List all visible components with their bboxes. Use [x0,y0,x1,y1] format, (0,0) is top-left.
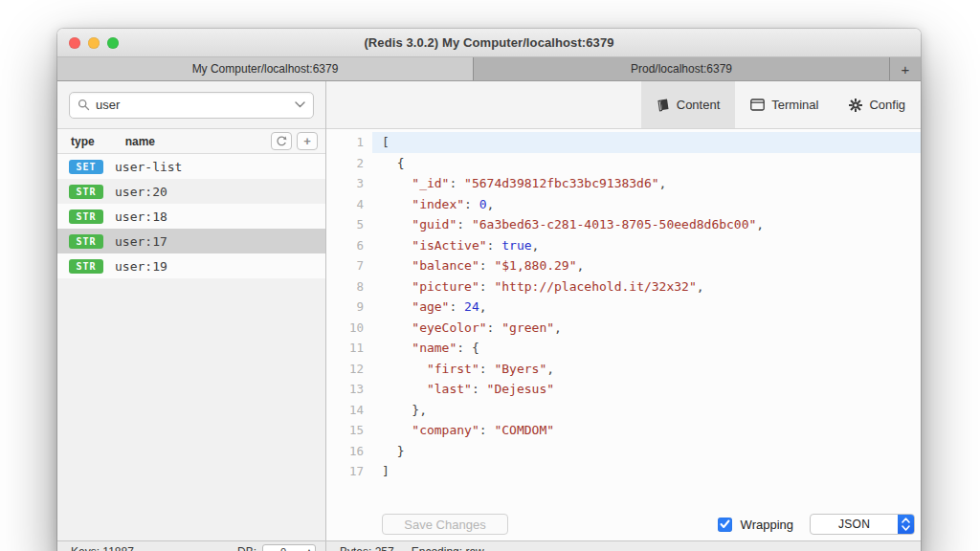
code-line: "name": { [372,338,921,359]
line-number: 1 [326,132,364,153]
terminal-icon [750,99,765,111]
status-bar-left: Keys: 11887 DB: 0 ▲▼ [57,541,326,551]
key-name: user:20 [115,185,167,199]
type-badge: STR [69,185,103,199]
save-changes-button[interactable]: Save Changes [382,514,508,535]
db-label: DB: [237,545,256,551]
detail-panel: Content Terminal [326,81,921,540]
key-name: user:18 [115,209,167,224]
title-bar[interactable]: (Redis 3.0.2) My Computer/localhost:6379 [57,29,921,57]
type-badge: STR [69,259,103,274]
code-line: "isActive": true, [372,235,921,256]
line-number: 10 [326,318,364,339]
db-value: 0 [263,546,303,551]
code-line: "first": "Byers", [372,359,921,380]
editor-footer-right: Wrapping JSON [718,514,915,535]
code-line: { [372,153,921,174]
encoding-info: Encoding: raw [412,545,484,551]
table-row[interactable]: SETuser-list [57,154,325,179]
format-select[interactable]: JSON [810,514,915,535]
tab-content-label: Content [677,98,721,112]
line-number-gutter: 1234567891011121314151617 [326,132,372,508]
new-connection-button[interactable]: + [890,57,921,80]
status-bar-right: Bytes: 257 Encoding: raw [326,541,921,551]
connection-tab-prod[interactable]: Prod/localhost:6379 [474,57,890,80]
code-line: [ [372,132,921,153]
code-line: "balance": "$1,880.29", [372,255,921,276]
search-row [57,81,325,129]
code-line: "last": "Dejesus" [372,379,921,400]
check-icon [720,519,730,529]
table-row[interactable]: STRuser:19 [57,253,325,278]
search-input[interactable] [96,98,295,112]
table-row[interactable]: STRuser:20 [57,179,325,204]
line-number: 12 [326,359,364,380]
main-split: type name + SETuser-listSTRuser:20STRuse… [57,81,921,540]
gear-icon [849,99,862,112]
code-line: ] [372,461,921,482]
select-stepper-icon [898,515,914,534]
line-number: 16 [326,441,364,462]
wrapping-checkbox[interactable] [718,518,732,532]
add-key-button[interactable]: + [297,132,318,150]
search-icon [78,99,90,111]
line-number: 6 [326,235,364,256]
tab-terminal[interactable]: Terminal [735,81,834,128]
code-line: "_id": "5674d39812fbc33bc91383d6", [372,173,921,194]
column-header-type[interactable]: type [71,135,95,148]
line-number: 13 [326,379,364,400]
tab-terminal-label: Terminal [771,98,818,112]
line-number: 11 [326,338,364,359]
key-list-actions: + [271,132,318,150]
code-area[interactable]: [ { "_id": "5674d39812fbc33bc91383d6", "… [372,132,921,508]
line-number: 14 [326,400,364,421]
json-editor[interactable]: 1234567891011121314151617 [ { "_id": "56… [326,129,921,508]
code-line: "index": 0, [372,194,921,215]
key-name: user:19 [115,259,167,274]
code-line: } [372,441,921,462]
key-list-empty-area [57,278,325,540]
tab-config[interactable]: Config [834,81,921,128]
db-selector-group: DB: 0 ▲▼ [237,545,316,551]
code-line: }, [372,400,921,421]
refresh-keys-button[interactable] [271,132,292,150]
tab-config-label: Config [869,98,905,112]
keys-count: Keys: 11887 [71,545,134,551]
line-number: 9 [326,297,364,318]
line-number: 2 [326,153,364,174]
line-number: 5 [326,214,364,235]
key-table-header: type name + [57,129,325,154]
chevron-down-icon[interactable] [295,101,305,108]
refresh-icon [276,136,287,147]
code-line: "eyeColor": "green", [372,318,921,339]
search-box[interactable] [69,92,314,119]
connection-tab-bar: My Computer/localhost:6379 Prod/localhos… [57,57,921,81]
db-stepper[interactable]: 0 ▲▼ [262,544,316,551]
content-icon [657,99,670,112]
key-name: user-list [115,160,182,174]
table-row[interactable]: STRuser:18 [57,204,325,229]
line-number: 17 [326,461,364,482]
code-line: "age": 24, [372,297,921,318]
line-number: 8 [326,276,364,298]
type-badge: STR [69,234,103,249]
editor-footer: Save Changes Wrapping JSON [326,508,921,540]
code-line: "guid": "6a3bed63-c281-4013-8705-50eed8d… [372,214,921,235]
key-table-body: SETuser-listSTRuser:20STRuser:18STRuser:… [57,154,325,278]
key-sidebar: type name + SETuser-listSTRuser:20STRuse… [57,81,326,540]
format-select-value: JSON [811,518,898,531]
bytes-info: Bytes: 257 [340,545,394,551]
table-row[interactable]: STRuser:17 [57,229,325,253]
status-bar: Keys: 11887 DB: 0 ▲▼ Bytes: 257 Encoding… [57,540,921,551]
line-number: 3 [326,173,364,194]
key-name: user:17 [115,234,167,249]
type-badge: STR [69,209,103,224]
tab-content[interactable]: Content [641,81,736,128]
code-line: "picture": "http://placehold.it/32x32", [372,276,921,298]
wrapping-label: Wrapping [741,518,793,532]
view-tab-bar: Content Terminal [326,81,921,129]
desktop-background: (Redis 3.0.2) My Computer/localhost:6379… [0,0,980,551]
app-window: (Redis 3.0.2) My Computer/localhost:6379… [57,29,921,551]
column-header-name[interactable]: name [125,135,155,148]
connection-tab-local[interactable]: My Computer/localhost:6379 [57,57,474,80]
